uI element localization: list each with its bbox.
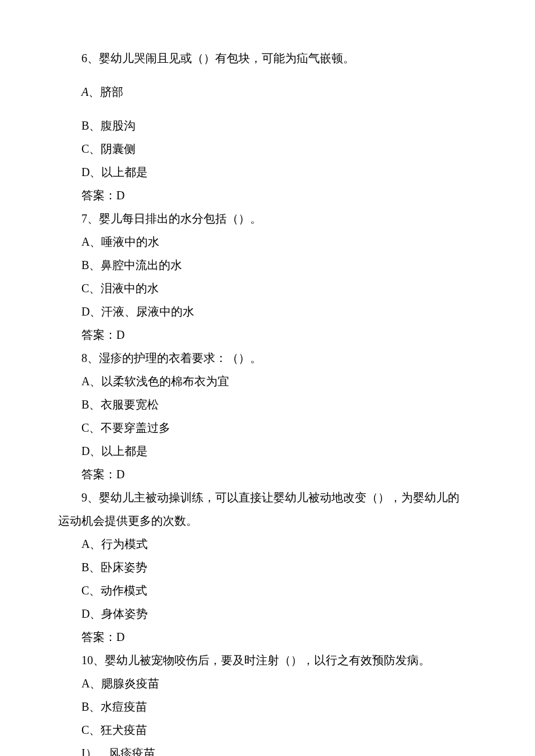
question-8-answer: 答案：D xyxy=(58,463,477,486)
option-text: 、脐部 xyxy=(88,85,123,98)
question-7-stem: 7、婴儿每日排出的水分包括（）。 xyxy=(58,207,477,230)
q9-stem-part1: 9、婴幼儿主被动操训练，可以直接让婴幼儿被动地改变（），为婴幼儿的 xyxy=(58,491,459,504)
question-10-option-c: C、狂犬疫苗 xyxy=(58,718,477,741)
question-8-option-b: B、衣服要宽松 xyxy=(58,393,477,416)
question-9-option-a: A、行为模式 xyxy=(58,532,477,556)
question-9-answer: 答案：D xyxy=(58,625,477,648)
question-7-option-c: C、泪液中的水 xyxy=(58,277,477,300)
question-7-option-b: B、鼻腔中流出的水 xyxy=(58,253,477,277)
question-9-option-b: B、卧床姿势 xyxy=(58,556,477,579)
question-8-option-d: D、以上都是 xyxy=(58,439,477,463)
question-10-option-a: A、腮腺炎疫苗 xyxy=(58,672,477,695)
question-8-stem: 8、湿疹的护理的衣着要求：（）。 xyxy=(58,346,477,370)
question-6-option-d: D、以上都是 xyxy=(58,160,477,184)
question-6-answer: 答案：D xyxy=(58,184,477,207)
question-7-answer: 答案：D xyxy=(58,323,477,346)
question-8-option-a: A、以柔软浅色的棉布衣为宜 xyxy=(58,370,477,393)
question-8-option-c: C、不要穿盖过多 xyxy=(58,416,477,439)
question-10-stem: 10、婴幼儿被宠物咬伤后，要及时注射（），以行之有效预防发病。 xyxy=(58,648,477,672)
q9-stem-part2: 运动机会提供更多的次数。 xyxy=(58,514,198,527)
question-6-option-a: A、脐部 xyxy=(58,80,477,103)
question-9-option-c: C、动作模式 xyxy=(58,579,477,602)
question-6-option-c: C、阴囊侧 xyxy=(58,137,477,160)
question-6-stem: 6、婴幼儿哭闹且见或（）有包块，可能为疝气嵌顿。 xyxy=(58,46,477,70)
question-9-option-d: D、身体姿势 xyxy=(58,602,477,625)
question-9-stem-wrap: 9、婴幼儿主被动操训练，可以直接让婴幼儿被动地改变（），为婴幼儿的 运动机会提供… xyxy=(58,486,477,532)
page-content: 6、婴幼儿哭闹且见或（）有包块，可能为疝气嵌顿。 A、脐部 B、腹股沟 C、阴囊… xyxy=(0,0,535,756)
question-10-option-d: I）、风疹疫苗 xyxy=(58,741,477,756)
question-7-option-a: A、唾液中的水 xyxy=(58,230,477,253)
question-10-option-b: B、水痘疫苗 xyxy=(58,695,477,718)
option-letter-a: A xyxy=(81,85,88,98)
question-7-option-d: D、汗液、尿液中的水 xyxy=(58,300,477,323)
question-6-option-b: B、腹股沟 xyxy=(58,114,477,137)
